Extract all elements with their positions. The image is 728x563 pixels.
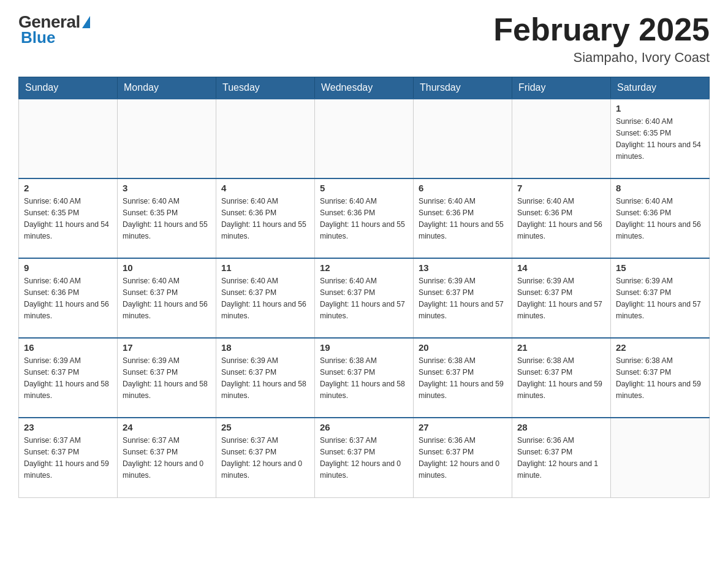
- calendar-day-cell: 18Sunrise: 6:39 AMSunset: 6:37 PMDayligh…: [216, 338, 315, 418]
- day-number: 14: [517, 262, 605, 273]
- month-title: February 2025: [493, 12, 710, 47]
- calendar-day-cell: 12Sunrise: 6:40 AMSunset: 6:37 PMDayligh…: [315, 258, 414, 338]
- weekday-header-monday: Monday: [118, 77, 216, 99]
- calendar-day-cell: [19, 99, 118, 178]
- calendar-day-cell: 25Sunrise: 6:37 AMSunset: 6:37 PMDayligh…: [216, 418, 315, 497]
- day-number: 12: [320, 262, 408, 273]
- calendar-day-cell: 27Sunrise: 6:36 AMSunset: 6:37 PMDayligh…: [414, 418, 512, 497]
- title-block: February 2025 Siampaho, Ivory Coast: [493, 12, 710, 66]
- day-number: 1: [616, 103, 704, 113]
- weekday-header-wednesday: Wednesday: [315, 77, 414, 99]
- calendar-day-cell: 9Sunrise: 6:40 AMSunset: 6:36 PMDaylight…: [19, 258, 118, 338]
- day-info: Sunrise: 6:40 AMSunset: 6:35 PMDaylight:…: [616, 116, 704, 163]
- calendar-day-cell: 17Sunrise: 6:39 AMSunset: 6:37 PMDayligh…: [118, 338, 216, 418]
- day-number: 27: [419, 422, 507, 432]
- day-number: 17: [123, 342, 211, 353]
- calendar-day-cell: 6Sunrise: 6:40 AMSunset: 6:36 PMDaylight…: [414, 178, 512, 258]
- day-number: 25: [221, 422, 309, 432]
- day-number: 6: [419, 183, 507, 193]
- calendar-day-cell: [512, 99, 611, 178]
- logo-triangle-icon: [82, 16, 90, 28]
- day-info: Sunrise: 6:39 AMSunset: 6:37 PMDaylight:…: [517, 275, 605, 322]
- calendar-day-cell: 16Sunrise: 6:39 AMSunset: 6:37 PMDayligh…: [19, 338, 118, 418]
- calendar-day-cell: 19Sunrise: 6:38 AMSunset: 6:37 PMDayligh…: [315, 338, 414, 418]
- calendar-day-cell: [216, 99, 315, 178]
- calendar-day-cell: 21Sunrise: 6:38 AMSunset: 6:37 PMDayligh…: [512, 338, 611, 418]
- day-info: Sunrise: 6:37 AMSunset: 6:37 PMDaylight:…: [24, 435, 112, 481]
- day-number: 10: [123, 262, 211, 273]
- day-info: Sunrise: 6:40 AMSunset: 6:36 PMDaylight:…: [24, 275, 112, 322]
- weekday-header-saturday: Saturday: [611, 77, 710, 99]
- day-info: Sunrise: 6:38 AMSunset: 6:37 PMDaylight:…: [419, 355, 507, 402]
- calendar-day-cell: [611, 418, 710, 497]
- logo-blue-text: Blue: [21, 28, 55, 47]
- day-info: Sunrise: 6:37 AMSunset: 6:37 PMDaylight:…: [123, 435, 211, 481]
- day-number: 9: [24, 262, 112, 273]
- calendar-week-row: 23Sunrise: 6:37 AMSunset: 6:37 PMDayligh…: [19, 418, 710, 497]
- calendar-day-cell: 4Sunrise: 6:40 AMSunset: 6:36 PMDaylight…: [216, 178, 315, 258]
- calendar-day-cell: 14Sunrise: 6:39 AMSunset: 6:37 PMDayligh…: [512, 258, 611, 338]
- day-info: Sunrise: 6:40 AMSunset: 6:36 PMDaylight:…: [320, 196, 408, 242]
- calendar-day-cell: 3Sunrise: 6:40 AMSunset: 6:35 PMDaylight…: [118, 178, 216, 258]
- day-number: 3: [123, 183, 211, 193]
- day-number: 23: [24, 422, 112, 432]
- calendar-day-cell: 22Sunrise: 6:38 AMSunset: 6:37 PMDayligh…: [611, 338, 710, 418]
- weekday-header-sunday: Sunday: [19, 77, 118, 99]
- calendar-week-row: 16Sunrise: 6:39 AMSunset: 6:37 PMDayligh…: [19, 338, 710, 418]
- day-info: Sunrise: 6:37 AMSunset: 6:37 PMDaylight:…: [320, 435, 408, 481]
- day-number: 20: [419, 342, 507, 353]
- calendar-day-cell: [315, 99, 414, 178]
- weekday-header-thursday: Thursday: [414, 77, 512, 99]
- day-info: Sunrise: 6:38 AMSunset: 6:37 PMDaylight:…: [616, 355, 704, 402]
- calendar-day-cell: 23Sunrise: 6:37 AMSunset: 6:37 PMDayligh…: [19, 418, 118, 497]
- calendar-day-cell: 15Sunrise: 6:39 AMSunset: 6:37 PMDayligh…: [611, 258, 710, 338]
- day-info: Sunrise: 6:40 AMSunset: 6:35 PMDaylight:…: [123, 196, 211, 242]
- day-number: 22: [616, 342, 704, 353]
- day-info: Sunrise: 6:40 AMSunset: 6:37 PMDaylight:…: [221, 275, 309, 322]
- calendar-day-cell: [118, 99, 216, 178]
- calendar-week-row: 2Sunrise: 6:40 AMSunset: 6:35 PMDaylight…: [19, 178, 710, 258]
- calendar-table: SundayMondayTuesdayWednesdayThursdayFrid…: [18, 77, 710, 498]
- day-info: Sunrise: 6:40 AMSunset: 6:37 PMDaylight:…: [320, 275, 408, 322]
- calendar-week-row: 1Sunrise: 6:40 AMSunset: 6:35 PMDaylight…: [19, 99, 710, 178]
- day-info: Sunrise: 6:39 AMSunset: 6:37 PMDaylight:…: [616, 275, 704, 322]
- day-number: 15: [616, 262, 704, 273]
- calendar-day-cell: 1Sunrise: 6:40 AMSunset: 6:35 PMDaylight…: [611, 99, 710, 178]
- day-number: 16: [24, 342, 112, 353]
- day-info: Sunrise: 6:40 AMSunset: 6:36 PMDaylight:…: [419, 196, 507, 242]
- day-info: Sunrise: 6:40 AMSunset: 6:36 PMDaylight:…: [517, 196, 605, 242]
- day-number: 13: [419, 262, 507, 273]
- weekday-header-row: SundayMondayTuesdayWednesdayThursdayFrid…: [19, 77, 710, 99]
- day-info: Sunrise: 6:40 AMSunset: 6:37 PMDaylight:…: [123, 275, 211, 322]
- day-number: 28: [517, 422, 605, 432]
- day-number: 8: [616, 183, 704, 193]
- day-number: 19: [320, 342, 408, 353]
- calendar-day-cell: 11Sunrise: 6:40 AMSunset: 6:37 PMDayligh…: [216, 258, 315, 338]
- day-info: Sunrise: 6:40 AMSunset: 6:36 PMDaylight:…: [221, 196, 309, 242]
- weekday-header-friday: Friday: [512, 77, 611, 99]
- calendar-day-cell: 24Sunrise: 6:37 AMSunset: 6:37 PMDayligh…: [118, 418, 216, 497]
- day-info: Sunrise: 6:39 AMSunset: 6:37 PMDaylight:…: [123, 355, 211, 402]
- day-info: Sunrise: 6:40 AMSunset: 6:36 PMDaylight:…: [616, 196, 704, 242]
- calendar-day-cell: 5Sunrise: 6:40 AMSunset: 6:36 PMDaylight…: [315, 178, 414, 258]
- day-number: 7: [517, 183, 605, 193]
- day-number: 4: [221, 183, 309, 193]
- day-info: Sunrise: 6:36 AMSunset: 6:37 PMDaylight:…: [517, 435, 605, 481]
- day-info: Sunrise: 6:38 AMSunset: 6:37 PMDaylight:…: [320, 355, 408, 402]
- calendar-day-cell: 13Sunrise: 6:39 AMSunset: 6:37 PMDayligh…: [414, 258, 512, 338]
- calendar-day-cell: 8Sunrise: 6:40 AMSunset: 6:36 PMDaylight…: [611, 178, 710, 258]
- weekday-header-tuesday: Tuesday: [216, 77, 315, 99]
- day-info: Sunrise: 6:39 AMSunset: 6:37 PMDaylight:…: [419, 275, 507, 322]
- calendar-day-cell: 28Sunrise: 6:36 AMSunset: 6:37 PMDayligh…: [512, 418, 611, 497]
- calendar-day-cell: 10Sunrise: 6:40 AMSunset: 6:37 PMDayligh…: [118, 258, 216, 338]
- page-header: General Blue February 2025 Siampaho, Ivo…: [18, 12, 710, 66]
- logo: General Blue: [18, 12, 90, 47]
- day-number: 26: [320, 422, 408, 432]
- day-number: 24: [123, 422, 211, 432]
- day-number: 5: [320, 183, 408, 193]
- day-info: Sunrise: 6:38 AMSunset: 6:37 PMDaylight:…: [517, 355, 605, 402]
- calendar-day-cell: 20Sunrise: 6:38 AMSunset: 6:37 PMDayligh…: [414, 338, 512, 418]
- calendar-day-cell: 26Sunrise: 6:37 AMSunset: 6:37 PMDayligh…: [315, 418, 414, 497]
- day-number: 18: [221, 342, 309, 353]
- day-number: 2: [24, 183, 112, 193]
